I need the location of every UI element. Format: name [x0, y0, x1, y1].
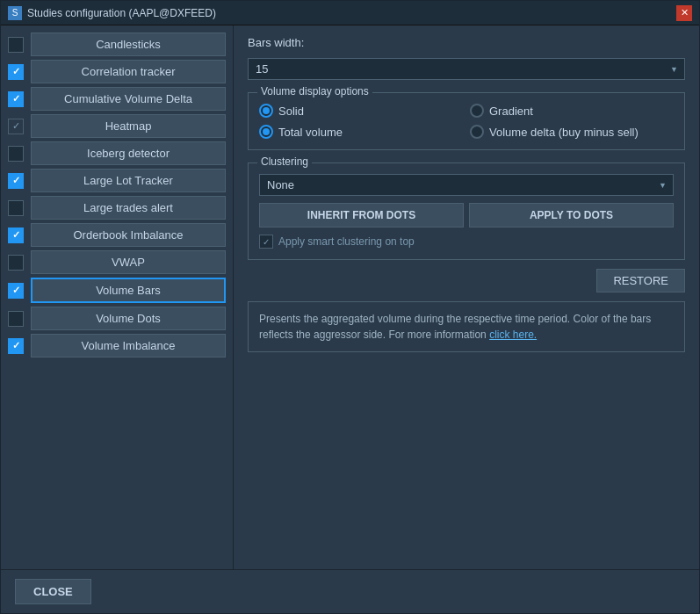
- main-content: CandlesticksCorrelation trackerCumulativ…: [1, 25, 699, 569]
- inherit-from-dots-button[interactable]: INHERIT FROM DOTS: [259, 203, 464, 228]
- study-checkbox-volume-dots[interactable]: [8, 311, 24, 327]
- study-item-iceberg-detector: Iceberg detector: [8, 141, 226, 165]
- study-checkbox-volume-imbalance[interactable]: [8, 338, 24, 354]
- study-checkbox-candlesticks[interactable]: [8, 37, 24, 53]
- study-btn-large-trades-alert[interactable]: Large trades alert: [31, 196, 226, 220]
- study-item-correlation-tracker: Correlation tracker: [8, 60, 226, 83]
- study-checkbox-large-lot-tracker[interactable]: [8, 173, 24, 189]
- study-btn-volume-dots[interactable]: Volume Dots: [31, 307, 226, 330]
- smart-clustering-label: Apply smart clustering on top: [278, 235, 415, 248]
- study-btn-orderbook-imbalance[interactable]: Orderbook Imbalance: [31, 223, 226, 247]
- volume-delta-radio-item[interactable]: Volume delta (buy minus sell): [470, 125, 674, 139]
- study-btn-correlation-tracker[interactable]: Correlation tracker: [31, 60, 226, 83]
- volume-display-radio-grid: Solid Gradient Total volume Volume delta…: [259, 104, 674, 139]
- solid-radio-item[interactable]: Solid: [259, 104, 463, 118]
- restore-button[interactable]: RESTORE: [596, 269, 685, 293]
- restore-row: RESTORE: [248, 269, 685, 293]
- study-checkbox-large-trades-alert[interactable]: [8, 200, 24, 216]
- study-item-cumulative-volume-delta: Cumulative Volume Delta: [8, 87, 226, 111]
- description-text: Presents the aggregated volume during th…: [259, 313, 651, 341]
- window-title: Studies configuration (AAPL@DXFEED): [27, 7, 216, 19]
- study-item-volume-imbalance: Volume Imbalance: [8, 334, 226, 358]
- study-item-large-lot-tracker: Large Lot Tracker: [8, 169, 226, 192]
- volume-delta-radio-circle: [470, 125, 484, 139]
- volume-display-options-title: Volume display options: [257, 85, 372, 98]
- study-btn-candlesticks[interactable]: Candlesticks: [31, 33, 226, 56]
- bars-width-select-wrapper: 15: [248, 58, 685, 80]
- study-item-volume-dots: Volume Dots: [8, 307, 226, 330]
- bars-width-select[interactable]: 15: [248, 58, 685, 80]
- study-checkbox-orderbook-imbalance[interactable]: [8, 228, 24, 243]
- study-list: CandlesticksCorrelation trackerCumulativ…: [1, 25, 234, 569]
- description-box: Presents the aggregated volume during th…: [248, 301, 685, 352]
- study-checkbox-correlation-tracker[interactable]: [8, 64, 24, 80]
- clustering-title: Clustering: [257, 155, 312, 168]
- study-btn-vwap[interactable]: VWAP: [31, 250, 226, 274]
- study-btn-cumulative-volume-delta[interactable]: Cumulative Volume Delta: [31, 87, 226, 111]
- smart-clustering-row: Apply smart clustering on top: [259, 235, 674, 249]
- study-item-heatmap: Heatmap: [8, 114, 226, 138]
- study-btn-heatmap[interactable]: Heatmap: [31, 114, 226, 138]
- study-checkbox-iceberg-detector[interactable]: [8, 146, 24, 162]
- gradient-radio-item[interactable]: Gradient: [470, 104, 674, 118]
- window-close-button[interactable]: ✕: [676, 5, 692, 21]
- clustering-group: Clustering None Time Price INHERIT FROM …: [248, 163, 685, 260]
- study-checkbox-vwap[interactable]: [8, 255, 24, 271]
- smart-clustering-checkbox[interactable]: [259, 235, 273, 249]
- title-bar-left: S Studies configuration (AAPL@DXFEED): [8, 6, 216, 20]
- description-link[interactable]: click here.: [489, 329, 537, 341]
- study-item-candlesticks: Candlesticks: [8, 33, 226, 56]
- study-item-volume-bars: Volume Bars: [8, 278, 226, 303]
- study-item-vwap: VWAP: [8, 250, 226, 274]
- study-checkbox-heatmap[interactable]: [8, 119, 24, 134]
- total-volume-radio-item[interactable]: Total volume: [259, 125, 463, 139]
- study-btn-iceberg-detector[interactable]: Iceberg detector: [31, 141, 226, 165]
- total-volume-label: Total volume: [278, 126, 343, 139]
- solid-label: Solid: [278, 105, 304, 118]
- gradient-label: Gradient: [489, 105, 533, 118]
- study-item-orderbook-imbalance: Orderbook Imbalance: [8, 223, 226, 247]
- apply-to-dots-button[interactable]: APPLY TO DOTS: [469, 203, 674, 228]
- clustering-select[interactable]: None Time Price: [259, 174, 674, 196]
- bars-width-row: Bars width:: [248, 36, 685, 49]
- total-volume-radio-circle: [259, 125, 273, 139]
- solid-radio-circle: [259, 104, 273, 118]
- studies-configuration-window: S Studies configuration (AAPL@DXFEED) ✕ …: [0, 0, 700, 614]
- bottom-bar: CLOSE: [1, 569, 699, 613]
- study-btn-large-lot-tracker[interactable]: Large Lot Tracker: [31, 169, 226, 192]
- clustering-action-row: INHERIT FROM DOTS APPLY TO DOTS: [259, 203, 674, 228]
- close-button[interactable]: CLOSE: [15, 579, 91, 604]
- bars-width-label: Bars width:: [248, 36, 304, 49]
- window-icon: S: [8, 6, 22, 20]
- gradient-radio-circle: [470, 104, 484, 118]
- settings-panel: Bars width: 15 Volume display options So…: [234, 25, 699, 569]
- volume-display-options-group: Volume display options Solid Gradient To…: [248, 92, 685, 150]
- study-btn-volume-bars[interactable]: Volume Bars: [31, 278, 226, 303]
- title-bar: S Studies configuration (AAPL@DXFEED) ✕: [1, 1, 699, 25]
- study-item-large-trades-alert: Large trades alert: [8, 196, 226, 220]
- clustering-select-wrapper: None Time Price: [259, 174, 674, 196]
- volume-delta-label: Volume delta (buy minus sell): [489, 126, 639, 139]
- study-btn-volume-imbalance[interactable]: Volume Imbalance: [31, 334, 226, 358]
- study-checkbox-cumulative-volume-delta[interactable]: [8, 91, 24, 107]
- study-checkbox-volume-bars[interactable]: [8, 283, 24, 299]
